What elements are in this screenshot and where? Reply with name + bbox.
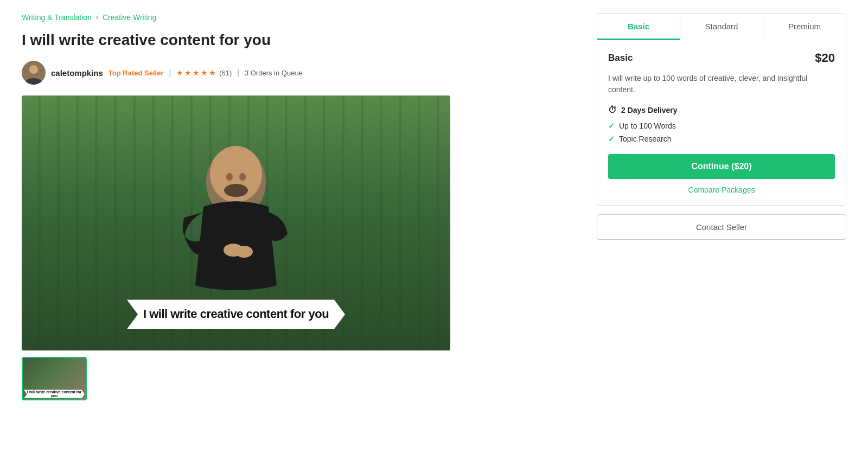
tab-basic[interactable]: Basic [597,14,680,40]
breadcrumb-separator: › [96,14,98,21]
feature-item-2: ✓ Topic Research [608,135,835,143]
rating-stars: ★ ★ ★ ★ ★ (61) [176,68,232,77]
feature-item-1: ✓ Up to 100 Words [608,122,835,130]
svg-point-6 [239,173,246,181]
check-icon-1: ✓ [608,122,615,130]
gig-main-image: I will write creative content for you [22,95,450,350]
breadcrumb-category[interactable]: Writing & Translation [22,13,92,22]
seller-username[interactable]: caletompkins [51,68,103,78]
svg-point-1 [29,65,38,74]
compare-packages-link[interactable]: Compare Packages [608,186,835,194]
thumbnail-strip: I will write creative content for you [22,357,575,400]
orders-queue: 3 Orders in Queue [245,69,303,77]
tab-standard[interactable]: Standard [680,14,763,40]
package-price: $20 [815,51,835,65]
clock-icon: ⏱ [608,105,617,115]
feature-label-2: Topic Research [619,135,672,143]
check-icon-2: ✓ [608,135,615,143]
seller-badge: Top Rated Seller [108,69,164,77]
package-description: I will write up to 100 words of creative… [608,73,835,95]
delivery-row: ⏱ 2 Days Delivery [608,105,835,115]
seller-info: caletompkins Top Rated Seller | ★ ★ ★ ★ … [22,61,575,85]
package-content: Basic $20 I will write up to 100 words o… [597,40,846,205]
contact-seller-button[interactable]: Contact Seller [597,214,846,240]
package-panel: Basic Standard Premium Basic $20 I will … [597,13,846,206]
thumbnail-label: I will write creative content for you [24,390,85,398]
breadcrumb: Writing & Translation › Creative Writing [22,13,575,22]
image-banner-text: I will write creative content for you [127,299,345,329]
package-name: Basic [608,53,633,63]
continue-button[interactable]: Continue ($20) [608,154,835,179]
feature-list: ✓ Up to 100 Words ✓ Topic Research [608,122,835,143]
gig-title: I will write creative content for you [22,30,575,50]
tab-premium[interactable]: Premium [763,14,846,40]
svg-point-7 [224,184,248,197]
avatar[interactable] [22,61,46,85]
svg-point-4 [212,149,260,181]
breadcrumb-subcategory[interactable]: Creative Writing [103,13,156,22]
delivery-label: 2 Days Delivery [621,106,678,114]
review-count: (61) [219,69,232,77]
package-tabs: Basic Standard Premium [597,14,846,40]
svg-point-10 [235,246,253,258]
thumbnail-1[interactable]: I will write creative content for you [22,357,87,400]
package-header: Basic $20 [608,51,835,65]
feature-label-1: Up to 100 Words [619,122,676,130]
svg-point-5 [226,173,233,181]
